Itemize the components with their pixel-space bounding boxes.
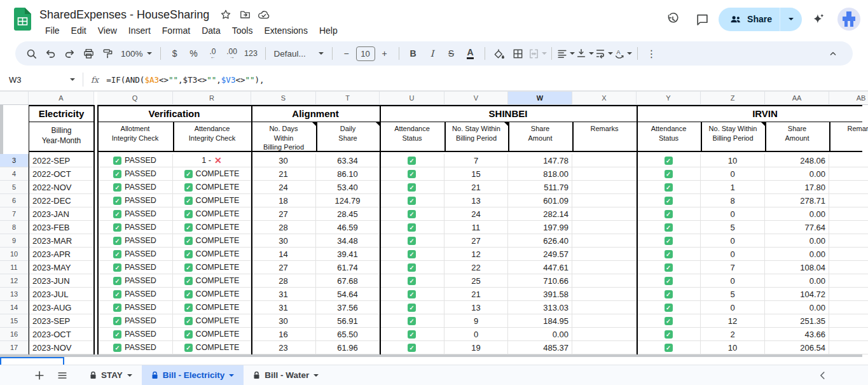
document-title[interactable]: SharedExpenses - HouseSharing	[39, 8, 216, 22]
column-header-Z[interactable]: Z	[701, 92, 765, 105]
move-to-folder-icon[interactable]	[236, 6, 254, 23]
cell-X17[interactable]	[572, 341, 637, 354]
cell-AA14[interactable]: 0.00	[765, 301, 829, 314]
cell-AB15[interactable]	[829, 314, 868, 328]
cell-Y15[interactable]: ✓	[637, 314, 701, 328]
cell-V16[interactable]: 0	[444, 328, 508, 341]
sheet-tab-bill-water[interactable]: Bill - Water	[244, 365, 328, 385]
cell-X13[interactable]	[572, 288, 637, 301]
cell-AA11[interactable]: 108.04	[765, 261, 829, 274]
user-avatar[interactable]	[837, 8, 860, 31]
cell-AA15[interactable]: 251.35	[765, 314, 829, 328]
cell-V7[interactable]: 24	[444, 207, 508, 221]
cell-Z5[interactable]: 1	[701, 181, 765, 194]
header-cell-R2[interactable]: Attendance Integrity Check	[173, 122, 251, 151]
cell-X5[interactable]	[572, 181, 637, 194]
cell-A9[interactable]: 2023-MAR	[29, 234, 94, 248]
cell-S7[interactable]: 27	[251, 207, 316, 221]
cell-AB17[interactable]	[829, 341, 868, 354]
zoom-control[interactable]: 100%	[117, 45, 156, 62]
cell-S15[interactable]: 30	[251, 314, 316, 328]
cell-U5[interactable]: ✓	[380, 181, 444, 194]
column-header-AB[interactable]: AB	[829, 92, 868, 105]
cell-Z15[interactable]: 12	[701, 314, 765, 328]
cell-Z7[interactable]: 0	[701, 207, 765, 221]
cell-A8[interactable]: 2023-FEB	[29, 221, 94, 234]
row-header-3[interactable]: 3	[0, 154, 29, 167]
cell-V12[interactable]: 25	[444, 274, 508, 288]
cell-S12[interactable]: 28	[251, 274, 316, 288]
cell-Z8[interactable]: 5	[701, 221, 765, 234]
cell-AA8[interactable]: 77.64	[765, 221, 829, 234]
more-formats-button[interactable]: 123	[242, 45, 261, 62]
menu-edit[interactable]: Edit	[65, 24, 92, 37]
menu-extensions[interactable]: Extensions	[258, 24, 313, 37]
cell-R10[interactable]: ✓COMPLETE	[173, 248, 251, 261]
cell-AB12[interactable]	[829, 274, 868, 288]
cell-S16[interactable]: 16	[251, 328, 316, 341]
cell-W13[interactable]: 391.58	[508, 288, 572, 301]
header-cell-Q2[interactable]: Allotment Integrity Check	[97, 122, 173, 151]
row-header-15[interactable]: 15	[0, 314, 29, 328]
sheet-tab-bill-electricity[interactable]: Bill - Electricity	[142, 365, 244, 385]
cell-AA3[interactable]: 248.06	[765, 154, 829, 167]
cell-U15[interactable]: ✓	[380, 314, 444, 328]
column-header-A[interactable]: A	[29, 92, 94, 105]
cell-Y3[interactable]: ✓	[637, 154, 701, 167]
cell-X3[interactable]	[572, 154, 637, 167]
cell-R12[interactable]: ✓COMPLETE	[173, 274, 251, 288]
cell-X12[interactable]	[572, 274, 637, 288]
cell-Z6[interactable]: 8	[701, 194, 765, 207]
cell-Q11[interactable]: ✓PASSED	[97, 261, 173, 274]
header-cell-V2[interactable]: No. Stay Within Billing Period	[444, 122, 508, 151]
all-sheets-menu-button[interactable]	[51, 365, 74, 385]
cell-W4[interactable]: 818.00	[508, 167, 572, 181]
cell-V4[interactable]: 15	[444, 167, 508, 181]
more-toolbar-options-button[interactable]: ⋮	[642, 45, 661, 62]
cell-U14[interactable]: ✓	[380, 301, 444, 314]
cell-AB13[interactable]	[829, 288, 868, 301]
cell-AA9[interactable]: 0.00	[765, 234, 829, 248]
cell-Z4[interactable]: 0	[701, 167, 765, 181]
scroll-sheets-left-icon[interactable]	[817, 370, 829, 381]
cell-AB8[interactable]	[829, 221, 868, 234]
cell-T5[interactable]: 53.40	[316, 181, 380, 194]
cell-W8[interactable]: 197.99	[508, 221, 572, 234]
text-color-button[interactable]: A	[461, 45, 480, 62]
cell-U6[interactable]: ✓	[380, 194, 444, 207]
cell-T16[interactable]: 65.50	[316, 328, 380, 341]
cell-W7[interactable]: 282.14	[508, 207, 572, 221]
header-cell-X2[interactable]: Remarks	[572, 122, 637, 151]
cell-V9[interactable]: 27	[444, 234, 508, 248]
cell-Y13[interactable]: ✓	[637, 288, 701, 301]
cell-Z11[interactable]: 7	[701, 261, 765, 274]
cell-W6[interactable]: 601.09	[508, 194, 572, 207]
row-header-16[interactable]: 16	[0, 328, 29, 341]
cell-A15[interactable]: 2023-SEP	[29, 314, 94, 328]
column-header-X[interactable]: X	[572, 92, 637, 105]
cell-AA7[interactable]: 0.00	[765, 207, 829, 221]
cell-AB14[interactable]	[829, 301, 868, 314]
cell-R6[interactable]: ✓COMPLETE	[173, 194, 251, 207]
cell-W5[interactable]: 511.79	[508, 181, 572, 194]
cell-AA16[interactable]: 43.66	[765, 328, 829, 341]
cell-U7[interactable]: ✓	[380, 207, 444, 221]
cell-T7[interactable]: 28.45	[316, 207, 380, 221]
cell-U17[interactable]: ✓	[380, 341, 444, 354]
cell-AB9[interactable]	[829, 234, 868, 248]
cell-S4[interactable]: 21	[251, 167, 316, 181]
cell-Z3[interactable]: 10	[701, 154, 765, 167]
cell-AB16[interactable]	[829, 328, 868, 341]
strikethrough-button[interactable]: S	[442, 45, 461, 62]
cell-U8[interactable]: ✓	[380, 221, 444, 234]
decrease-decimal-button[interactable]: .0←	[203, 45, 223, 62]
cell-W12[interactable]: 710.66	[508, 274, 572, 288]
cell-S9[interactable]: 30	[251, 234, 316, 248]
cell-X6[interactable]	[572, 194, 637, 207]
increase-font-size-button[interactable]: +	[375, 45, 394, 62]
cell-A10[interactable]: 2023-APR	[29, 248, 94, 261]
cell-AB7[interactable]	[829, 207, 868, 221]
cell-A11[interactable]: 2023-MAY	[29, 261, 94, 274]
cell-W10[interactable]: 249.57	[508, 248, 572, 261]
decrease-font-size-button[interactable]: −	[337, 45, 356, 62]
